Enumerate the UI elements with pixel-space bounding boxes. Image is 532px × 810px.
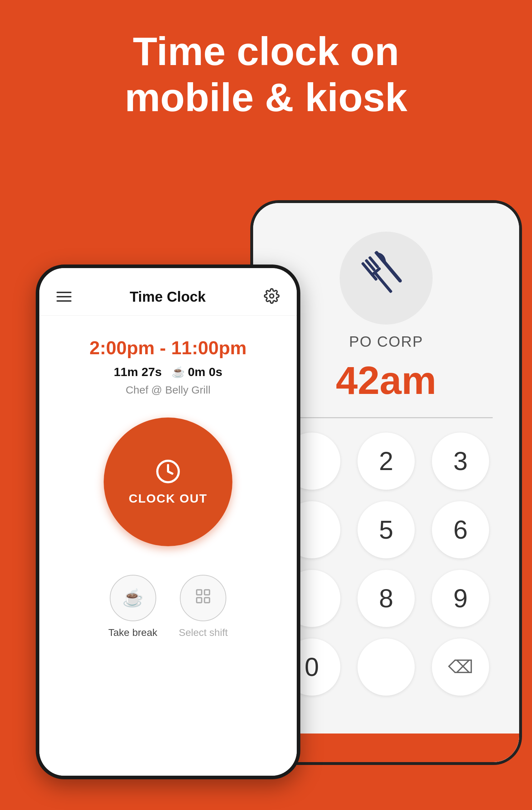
phone-header: Time Clock xyxy=(39,268,297,316)
shift-stats: 11m 27s ☕ 0m 0s xyxy=(114,365,222,379)
take-break-icon-circle: ☕ xyxy=(110,575,156,621)
gear-icon[interactable] xyxy=(264,288,280,305)
keypad-btn-6[interactable]: 6 xyxy=(432,501,489,558)
kiosk-logo-circle xyxy=(340,232,433,325)
coffee-break-icon: ☕ xyxy=(122,588,144,608)
svg-rect-8 xyxy=(197,590,202,595)
hero-text: Time clock on mobile & kiosk xyxy=(0,29,532,121)
svg-rect-10 xyxy=(197,598,202,603)
shift-time: 2:00pm - 11:00pm xyxy=(89,337,246,359)
clock-out-icon xyxy=(155,459,181,486)
hero-line2: mobile & kiosk xyxy=(29,75,503,121)
hamburger-menu-icon[interactable] xyxy=(56,292,72,302)
select-shift-icon-circle xyxy=(180,575,226,621)
select-shift-label: Select shift xyxy=(179,627,228,638)
keypad-btn-2[interactable]: 2 xyxy=(358,433,415,490)
kiosk-time: 42am xyxy=(336,357,436,403)
kiosk-company: PO CORP xyxy=(349,333,423,350)
keypad-btn-8[interactable]: 8 xyxy=(358,570,415,627)
keypad-row-4: 0 ⌫ xyxy=(275,638,498,696)
break-stat: ☕ 0m 0s xyxy=(172,365,222,379)
phone-content: 2:00pm - 11:00pm 11m 27s ☕ 0m 0s Chef @ … xyxy=(39,316,297,653)
keypad-btn-3[interactable]: 3 xyxy=(432,433,489,490)
keypad-row-2: 5 6 xyxy=(275,501,498,558)
svg-rect-4 xyxy=(374,272,393,293)
shift-location: Chef @ Belly Grill xyxy=(125,384,210,396)
keypad-row-1: 2 3 xyxy=(275,433,498,490)
phone-device: Time Clock 2:00pm - 11:00pm 11m 27s ☕ 0m… xyxy=(36,265,300,779)
elapsed-time: 11m 27s xyxy=(114,365,162,379)
kiosk-divider xyxy=(280,417,492,418)
grid-icon xyxy=(194,588,212,609)
fork-knife-icon xyxy=(348,237,424,319)
clock-out-label: CLOCK OUT xyxy=(129,492,207,505)
clock-out-button[interactable]: CLOCK OUT xyxy=(104,418,232,546)
keypad-btn-9[interactable]: 9 xyxy=(432,570,489,627)
take-break-button[interactable]: ☕ Take break xyxy=(108,575,157,638)
keypad-row-3: 8 9 xyxy=(275,570,498,627)
svg-point-6 xyxy=(270,294,274,298)
action-buttons: ☕ Take break xyxy=(108,575,228,638)
take-break-label: Take break xyxy=(108,627,157,638)
break-time: 0m 0s xyxy=(188,365,222,379)
hero-line1: Time clock on xyxy=(29,29,503,75)
keypad-btn-5[interactable]: 5 xyxy=(358,501,415,558)
select-shift-button[interactable]: Select shift xyxy=(179,575,228,638)
phone-title: Time Clock xyxy=(130,289,206,305)
svg-rect-9 xyxy=(205,590,210,595)
keypad-btn-empty4 xyxy=(358,638,415,696)
coffee-icon: ☕ xyxy=(172,366,185,378)
svg-rect-11 xyxy=(205,598,210,603)
keypad-btn-delete[interactable]: ⌫ xyxy=(432,638,489,696)
